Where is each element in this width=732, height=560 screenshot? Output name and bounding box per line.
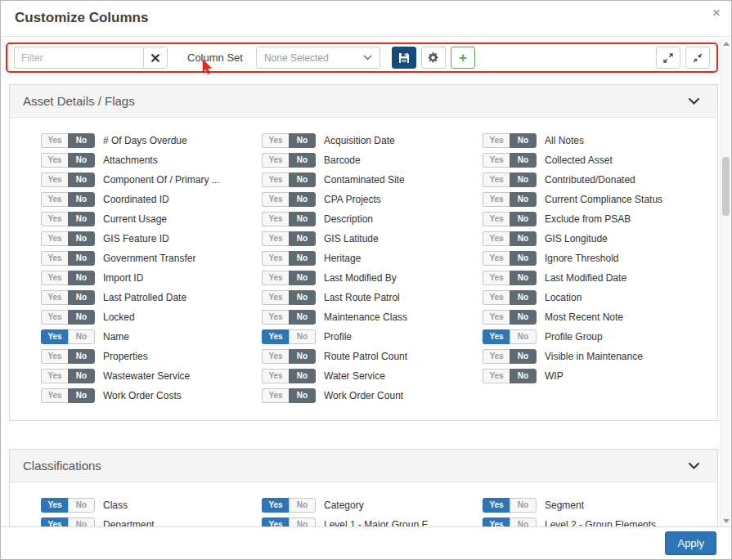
toggle-no[interactable]: No: [510, 349, 537, 364]
toggle-yes[interactable]: Yes: [483, 517, 510, 526]
scrollbar-up-arrow-icon[interactable]: [721, 38, 731, 49]
toggle-no[interactable]: No: [289, 231, 316, 246]
toggle-yes[interactable]: Yes: [262, 329, 289, 344]
toggle-no[interactable]: No: [510, 192, 537, 207]
toggle-no[interactable]: No: [510, 290, 537, 305]
collapse-all-button[interactable]: [685, 47, 710, 69]
toggle-yes[interactable]: Yes: [262, 517, 289, 526]
toggle-no[interactable]: No: [289, 212, 316, 226]
toggle-yes[interactable]: Yes: [483, 498, 510, 513]
toggle-yes[interactable]: Yes: [41, 212, 68, 226]
toggle-yes[interactable]: Yes: [483, 212, 510, 226]
toggle-yes[interactable]: Yes: [262, 349, 289, 364]
save-column-set-button[interactable]: [392, 47, 416, 69]
toggle-no[interactable]: No: [68, 212, 95, 226]
toggle-yes[interactable]: Yes: [262, 310, 289, 325]
toggle-no[interactable]: No: [68, 498, 95, 513]
toggle-no[interactable]: No: [510, 329, 537, 344]
toggle-no[interactable]: No: [510, 271, 537, 285]
toggle-yes[interactable]: Yes: [483, 192, 510, 207]
toggle-yes[interactable]: Yes: [41, 251, 68, 266]
toggle-no[interactable]: No: [68, 271, 95, 285]
toggle-yes[interactable]: Yes: [41, 290, 68, 305]
toggle-no[interactable]: No: [68, 388, 95, 403]
toggle-yes[interactable]: Yes: [262, 212, 289, 226]
toggle-no[interactable]: No: [68, 251, 95, 266]
toggle-yes[interactable]: Yes: [483, 133, 510, 148]
toggle-yes[interactable]: Yes: [41, 498, 68, 513]
close-icon[interactable]: ×: [708, 5, 725, 21]
toggle-no[interactable]: No: [289, 251, 316, 266]
toggle-no[interactable]: No: [289, 388, 316, 403]
toggle-yes[interactable]: Yes: [483, 172, 510, 187]
toggle-yes[interactable]: Yes: [262, 153, 289, 168]
toggle-yes[interactable]: Yes: [262, 369, 289, 383]
toggle-yes[interactable]: Yes: [483, 369, 510, 383]
vertical-scrollbar[interactable]: [720, 38, 730, 526]
toggle-no[interactable]: No: [289, 369, 316, 383]
chevron-down-icon[interactable]: [689, 98, 699, 105]
toggle-yes[interactable]: Yes: [483, 231, 510, 246]
chevron-down-icon[interactable]: [689, 463, 699, 469]
toggle-yes[interactable]: Yes: [483, 329, 510, 344]
toggle-no[interactable]: No: [510, 153, 537, 168]
toggle-yes[interactable]: Yes: [41, 349, 68, 364]
toggle-yes[interactable]: Yes: [483, 251, 510, 266]
toggle-no[interactable]: No: [289, 172, 316, 187]
toggle-no[interactable]: No: [289, 153, 316, 168]
toggle-no[interactable]: No: [289, 290, 316, 305]
toggle-no[interactable]: No: [289, 133, 316, 148]
toggle-yes[interactable]: Yes: [262, 271, 289, 285]
toggle-no[interactable]: No: [510, 310, 537, 325]
toggle-yes[interactable]: Yes: [483, 153, 510, 168]
toggle-yes[interactable]: Yes: [483, 290, 510, 305]
toggle-yes[interactable]: Yes: [262, 192, 289, 207]
toggle-no[interactable]: No: [68, 290, 95, 305]
apply-button[interactable]: Apply: [665, 531, 716, 555]
column-set-dropdown[interactable]: None Selected: [256, 47, 380, 69]
toggle-yes[interactable]: Yes: [41, 310, 68, 325]
toggle-no[interactable]: No: [289, 271, 316, 285]
toggle-no[interactable]: No: [289, 329, 316, 344]
toggle-yes[interactable]: Yes: [262, 231, 289, 246]
clear-filter-button[interactable]: [143, 47, 168, 69]
toggle-no[interactable]: No: [289, 310, 316, 325]
column-set-settings-button[interactable]: [421, 47, 446, 69]
toggle-no[interactable]: No: [68, 517, 95, 526]
toggle-yes[interactable]: Yes: [262, 251, 289, 266]
toggle-yes[interactable]: Yes: [41, 231, 68, 246]
toggle-yes[interactable]: Yes: [262, 172, 289, 187]
toggle-yes[interactable]: Yes: [262, 388, 289, 403]
toggle-no[interactable]: No: [289, 498, 316, 513]
toggle-no[interactable]: No: [68, 153, 95, 168]
toggle-no[interactable]: No: [68, 231, 95, 246]
section-header[interactable]: Asset Details / Flags: [10, 85, 717, 118]
toggle-yes[interactable]: Yes: [262, 290, 289, 305]
toggle-no[interactable]: No: [510, 133, 537, 148]
toggle-no[interactable]: No: [68, 133, 95, 148]
toggle-no[interactable]: No: [289, 517, 316, 526]
toggle-yes[interactable]: Yes: [41, 388, 68, 403]
toggle-no[interactable]: No: [510, 251, 537, 266]
toggle-yes[interactable]: Yes: [262, 498, 289, 513]
expand-all-button[interactable]: [656, 47, 680, 69]
toggle-yes[interactable]: Yes: [41, 369, 68, 383]
toggle-no[interactable]: No: [68, 329, 95, 344]
toggle-no[interactable]: No: [68, 172, 95, 187]
toggle-yes[interactable]: Yes: [483, 271, 510, 285]
toggle-no[interactable]: No: [289, 349, 316, 364]
toggle-no[interactable]: No: [510, 172, 537, 187]
toggle-yes[interactable]: Yes: [41, 517, 68, 526]
toggle-yes[interactable]: Yes: [41, 192, 68, 207]
toggle-no[interactable]: No: [510, 369, 537, 383]
toggle-no[interactable]: No: [510, 212, 537, 226]
toggle-no[interactable]: No: [68, 369, 95, 383]
toggle-yes[interactable]: Yes: [262, 133, 289, 148]
toggle-yes[interactable]: Yes: [483, 310, 510, 325]
filter-input[interactable]: [14, 47, 143, 69]
scrollbar-down-arrow-icon[interactable]: [721, 516, 731, 526]
toggle-yes[interactable]: Yes: [41, 153, 68, 168]
toggle-no[interactable]: No: [510, 231, 537, 246]
toggle-yes[interactable]: Yes: [41, 172, 68, 187]
toggle-no[interactable]: No: [510, 517, 537, 526]
